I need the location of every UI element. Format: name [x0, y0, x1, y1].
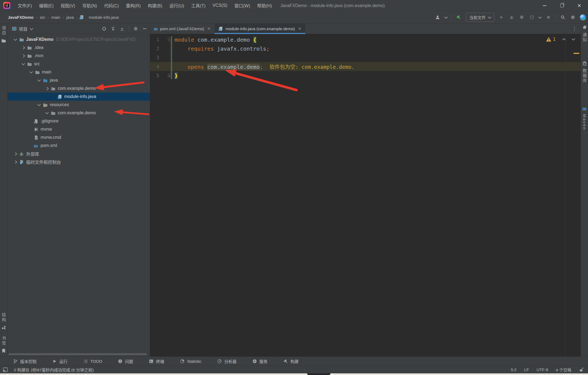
menu-edit[interactable]: 编辑(E) — [35, 0, 57, 11]
locate-file-icon[interactable] — [102, 26, 106, 31]
profiler-button[interactable] — [529, 14, 535, 20]
chevron-down-icon[interactable] — [37, 78, 41, 82]
caret-position[interactable]: 5:2 — [511, 367, 517, 372]
tree-row-src[interactable]: src — [8, 60, 150, 68]
chevron-down-icon[interactable] — [29, 70, 33, 73]
tab-options-kebab-icon[interactable]: ⋮ — [572, 26, 577, 32]
menu-code[interactable]: 代码(C) — [100, 0, 122, 11]
breadcrumb-src[interactable]: src — [38, 15, 47, 20]
profiler-dropdown-icon[interactable] — [538, 15, 542, 19]
menu-navigate[interactable]: 导航(N) — [79, 0, 100, 11]
tree-row-pom-xml[interactable]: pom.xml — [8, 142, 150, 150]
line-separator[interactable]: LF — [524, 367, 529, 372]
project-view-dropdown-icon[interactable] — [30, 27, 33, 30]
stripe-bookmarks-button[interactable]: 书签 — [0, 336, 7, 353]
menu-help[interactable]: 帮助(H) — [254, 0, 275, 11]
toolwindow-statistic[interactable]: Statistic — [180, 359, 201, 364]
run-configuration-select[interactable]: 当前文件 — [466, 13, 494, 22]
breadcrumb-java[interactable]: java — [65, 15, 75, 20]
indent-setting[interactable]: 4 个空格 — [556, 367, 571, 373]
menu-tools[interactable]: 工具(T) — [188, 0, 209, 11]
project-view-selector[interactable]: 项目 — [19, 26, 27, 32]
code-with-me-sphere-icon[interactable] — [580, 14, 586, 20]
tab-pom-xml[interactable]: pom.xml (JavaFXDemo) ✕ — [150, 24, 215, 34]
tree-row-idea[interactable]: .idea — [8, 44, 150, 52]
toolwindow-problems[interactable]: 问题 — [118, 358, 133, 364]
menu-build[interactable]: 构建(B) — [144, 0, 166, 11]
warnings-indicator[interactable]: 1 — [546, 36, 556, 42]
tree-row-module-info-java[interactable]: J module-info.java — [8, 93, 150, 101]
chevron-right-icon[interactable] — [14, 152, 17, 156]
chevron-down-icon[interactable] — [37, 103, 41, 106]
menu-view[interactable]: 视图(V) — [57, 0, 79, 11]
menu-run[interactable]: 运行(U) — [166, 0, 188, 11]
chevron-down-icon[interactable] — [22, 62, 25, 65]
debug-button[interactable] — [509, 14, 514, 20]
expand-all-icon[interactable] — [111, 26, 115, 31]
tree-row-gitignore[interactable]: .gitignore — [8, 117, 150, 125]
tree-row-main[interactable]: main — [8, 68, 150, 76]
menu-file[interactable]: 文件(F) — [14, 0, 35, 11]
tree-row-mvnw-cmd[interactable]: mvnw.cmd — [8, 133, 150, 142]
run-button[interactable] — [498, 14, 504, 20]
menu-refactor[interactable]: 重构(R) — [122, 0, 144, 11]
file-encoding[interactable]: UTF-8 — [537, 367, 548, 372]
breadcrumb-file[interactable]: module-info.java — [87, 15, 120, 20]
tree-row-resources-com-example-demo[interactable]: com.example.demo — [8, 109, 150, 117]
previous-problem-icon[interactable] — [562, 38, 566, 42]
chevron-right-icon[interactable] — [22, 46, 25, 50]
tree-row-external-libraries[interactable]: 外部库 — [8, 150, 150, 158]
code-editor[interactable]: 1 − module com.example.demo { 2 requires… — [150, 34, 581, 356]
tree-row-resources[interactable]: resources — [8, 101, 150, 109]
menu-vcs[interactable]: VCS(S) — [209, 0, 231, 11]
toolwindow-build[interactable]: 构建 — [283, 358, 299, 364]
chevron-down-icon[interactable] — [14, 37, 17, 41]
stripe-notifications-button[interactable]: 通知 — [581, 25, 588, 42]
toolwindow-todo[interactable]: TODO — [83, 359, 102, 364]
stripe-structure-button[interactable]: 结构 — [0, 313, 7, 330]
warning-stripe-mark[interactable] — [574, 53, 579, 54]
breadcrumb-main[interactable]: main — [50, 15, 62, 20]
minimize-button[interactable] — [536, 0, 553, 11]
search-everywhere-icon[interactable] — [560, 14, 566, 20]
hide-panel-icon[interactable] — [142, 26, 147, 31]
unlocked-padlock-icon[interactable] — [579, 367, 584, 372]
stop-button[interactable] — [545, 14, 551, 20]
toolwindow-services[interactable]: 服务 — [252, 358, 268, 364]
horizontal-scrollbar[interactable] — [8, 353, 147, 355]
tree-row-mvn[interactable]: .mvn — [8, 52, 150, 60]
toolwindow-version-control[interactable]: 版本控制 — [13, 358, 36, 364]
close-icon[interactable]: ✕ — [207, 26, 211, 31]
restore-button[interactable] — [553, 0, 571, 11]
tree-row-scratches-and-consoles[interactable]: 临时文件和控制台 — [8, 158, 150, 166]
toolwindow-terminal[interactable]: 终端 — [149, 358, 164, 364]
close-icon[interactable]: ✕ — [298, 26, 301, 31]
collapse-all-icon[interactable] — [120, 26, 124, 31]
close-button[interactable]: ✕ — [571, 0, 588, 11]
tab-module-info-java[interactable]: J module-info.java (com.example.demo) ✕ — [215, 24, 305, 34]
tree-row-project-root[interactable]: JavaFXDemo D:\IDEAProjects\JCNCProjects\… — [8, 35, 150, 44]
build-status-message[interactable]: // 构建在 2秒87毫秒内成功完成 (6 分钟之前) — [14, 367, 94, 373]
project-settings-gear-icon[interactable] — [133, 26, 138, 31]
chevron-right-icon[interactable] — [22, 54, 25, 58]
chevron-right-icon[interactable] — [45, 87, 49, 90]
stripe-project-button[interactable]: 项目 — [0, 26, 7, 43]
user-dropdown-icon[interactable] — [444, 15, 448, 19]
coverage-button[interactable] — [519, 14, 525, 20]
breadcrumb-project[interactable]: JavaFXDemo — [7, 15, 35, 20]
chevron-down-icon[interactable] — [45, 111, 49, 114]
menu-window[interactable]: 窗口(W) — [231, 0, 254, 11]
stripe-maven-button[interactable]: Maven — [581, 106, 588, 130]
tree-row-mvnw[interactable]: mvnw — [8, 125, 150, 133]
build-hammer-icon[interactable] — [456, 14, 462, 20]
tree-row-package-com-example-demo[interactable]: com.example.demo — [8, 84, 150, 93]
user-account-icon[interactable] — [435, 14, 441, 20]
toolwindow-run[interactable]: 运行 — [52, 358, 68, 364]
toolwindow-layout-icon[interactable] — [3, 367, 8, 372]
next-problem-icon[interactable] — [572, 37, 575, 41]
tree-row-java[interactable]: java — [8, 76, 150, 84]
chevron-right-icon[interactable] — [14, 160, 17, 164]
toolwindow-profiler[interactable]: 分析器 — [217, 358, 237, 364]
stripe-database-button[interactable]: 数据库 — [581, 61, 588, 83]
settings-gear-icon[interactable] — [570, 14, 576, 20]
